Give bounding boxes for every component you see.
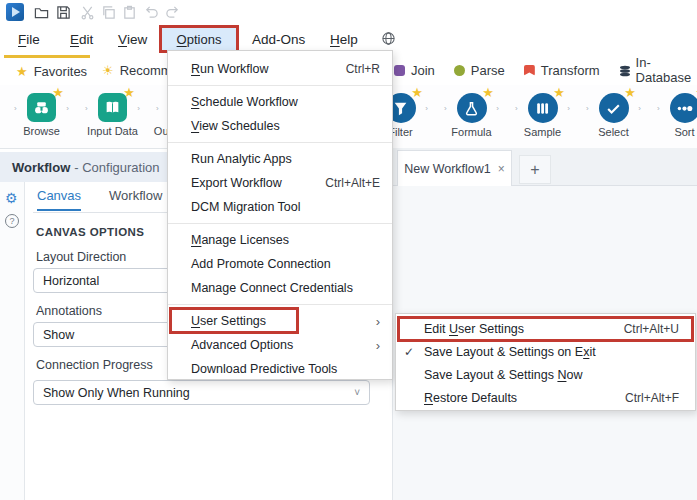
category-transform[interactable]: Transform	[524, 63, 600, 78]
menu-edit[interactable]: Edit	[70, 24, 93, 54]
submenu-arrow-icon: ›	[376, 338, 380, 353]
configuration-header-title: Workflow	[12, 160, 70, 175]
tool-label: Formula	[451, 126, 491, 138]
favorite-star-icon: ★	[52, 85, 64, 100]
annotations-label: Annotations	[36, 304, 102, 318]
options-menu: Run WorkflowCtrl+RSchedule WorkflowView …	[167, 50, 393, 380]
menu-options[interactable]: Options	[159, 25, 239, 53]
expand-left-icon[interactable]: ›	[156, 104, 159, 113]
submenu-item-restore-defaults[interactable]: Restore DefaultsCtrl+Alt+F	[396, 386, 695, 409]
close-tab-icon[interactable]: ×	[498, 162, 505, 176]
new-tab-button[interactable]: +	[519, 155, 551, 184]
expand-right-icon[interactable]: ›	[638, 104, 641, 113]
gear-icon[interactable]: ⚙	[5, 190, 18, 206]
favorite-star-icon: ★	[411, 85, 423, 100]
menu-item-schedule-workflow[interactable]: Schedule Workflow	[168, 90, 392, 114]
title-bar	[0, 0, 697, 24]
menu-item-user-settings[interactable]: User Settings›	[168, 309, 392, 333]
shortcut-label: Ctrl+R	[346, 62, 380, 76]
menu-item-add-promote-connection[interactable]: Add Promote Connection	[168, 252, 392, 276]
tool-label: Browse	[23, 125, 60, 137]
category-parse-icon	[454, 65, 465, 76]
expand-left-icon[interactable]: ›	[85, 104, 88, 113]
submenu-arrow-icon: ›	[376, 314, 380, 329]
tool-formula[interactable]: ★››Formula	[436, 88, 507, 146]
expand-left-icon[interactable]: ›	[586, 104, 589, 113]
menu-item-dcm-migration-tool[interactable]: DCM Migration Tool	[168, 195, 392, 219]
menu-item-run-workflow[interactable]: Run WorkflowCtrl+R	[168, 57, 392, 81]
menu-separator	[168, 142, 392, 143]
expand-right-icon[interactable]: ›	[66, 104, 69, 113]
app-logo-icon	[6, 3, 24, 21]
menu-item-run-analytic-apps[interactable]: Run Analytic Apps	[168, 147, 392, 171]
category-join[interactable]: Join	[394, 63, 435, 78]
user-settings-submenu: Edit User SettingsCtrl+Alt+U✓Save Layout…	[395, 313, 696, 411]
checkmark-icon: ✓	[404, 345, 424, 359]
globe-icon[interactable]	[381, 31, 396, 49]
submenu-item-edit-user-settings[interactable]: Edit User SettingsCtrl+Alt+U	[396, 317, 695, 340]
config-tab-canvas[interactable]: Canvas	[37, 188, 81, 211]
connection-progress-dropdown[interactable]: Show Only When Running ˅	[33, 380, 370, 405]
expand-left-icon[interactable]: ›	[657, 104, 660, 113]
tool-category-list: JoinParseTransformIn-Database	[394, 55, 697, 85]
redo-icon	[163, 3, 181, 21]
expand-left-icon[interactable]: ›	[515, 104, 518, 113]
favorite-star-icon: ★	[123, 85, 135, 100]
tool-label: Input Data	[87, 125, 138, 137]
config-tab-workflow[interactable]: Workflow	[109, 188, 162, 211]
open-folder-icon[interactable]	[32, 3, 50, 21]
dots-icon	[670, 93, 697, 123]
favorite-star-icon: ★	[553, 85, 565, 100]
paste-icon	[120, 3, 138, 21]
tool-sort[interactable]: ★››Sort	[649, 88, 697, 146]
category-join-icon	[394, 65, 405, 76]
tool-label: Select	[598, 126, 629, 138]
tool-label: Sort	[674, 126, 694, 138]
expand-right-icon[interactable]: ›	[137, 104, 140, 113]
tab-label: New Workflow1	[404, 162, 491, 176]
tool-sample[interactable]: ★››Sample	[507, 88, 578, 146]
menu-item-download-predictive-tools[interactable]: Download Predictive Tools	[168, 357, 392, 381]
shortcut-label: Ctrl+Alt+E	[325, 176, 380, 190]
menu-item-manage-licenses[interactable]: Manage Licenses	[168, 228, 392, 252]
tool-input-data[interactable]: ★››Input Data	[77, 88, 148, 146]
palette-tab-favorites[interactable]: ★Favorites	[4, 55, 99, 85]
tab-new-workflow1[interactable]: New Workflow1 ×	[397, 150, 512, 186]
help-icon[interactable]: ?	[5, 214, 19, 228]
star-icon: ★	[16, 64, 28, 79]
save-icon[interactable]	[54, 3, 72, 21]
expand-right-icon[interactable]: ›	[425, 104, 428, 113]
menu-file[interactable]: File	[18, 24, 40, 54]
document-tab-strip: New Workflow1 × +	[392, 148, 697, 186]
expand-right-icon[interactable]: ›	[496, 104, 499, 113]
menu-separator	[168, 223, 392, 224]
cut-icon	[78, 3, 96, 21]
category-parse[interactable]: Parse	[454, 63, 505, 78]
menu-item-view-schedules[interactable]: View Schedules	[168, 114, 392, 138]
submenu-item-save-layout-settings-now[interactable]: Save Layout & Settings Now	[396, 363, 695, 386]
tool-browse[interactable]: ★››Browse	[6, 88, 77, 146]
menu-item-manage-connect-credentials[interactable]: Manage Connect Credentials	[168, 276, 392, 300]
layout-direction-label: Layout Direction	[36, 250, 126, 264]
menu-item-export-workflow[interactable]: Export WorkflowCtrl+Alt+E	[168, 171, 392, 195]
category-in-database[interactable]: In-Database	[619, 55, 697, 85]
expand-left-icon[interactable]: ›	[14, 104, 17, 113]
menu-view[interactable]: View	[118, 24, 147, 54]
expand-left-icon[interactable]: ›	[444, 104, 447, 113]
expand-right-icon[interactable]: ›	[567, 104, 570, 113]
canvas-options-title: CANVAS OPTIONS	[36, 226, 144, 238]
category-transform-icon	[524, 65, 535, 76]
undo-icon	[142, 3, 160, 21]
copy-icon	[99, 3, 117, 21]
tool-select[interactable]: ★››Select	[578, 88, 649, 146]
menu-separator	[168, 85, 392, 86]
panel-side-strip: ⚙ ?	[0, 182, 25, 500]
menu-item-advanced-options[interactable]: Advanced Options›	[168, 333, 392, 357]
shortcut-label: Ctrl+Alt+U	[624, 322, 679, 336]
shortcut-label: Ctrl+Alt+F	[625, 391, 679, 405]
tool-label: Sample	[524, 126, 561, 138]
favorite-star-icon: ★	[624, 85, 636, 100]
submenu-item-save-layout-settings-on-exit[interactable]: ✓Save Layout & Settings on Exit	[396, 340, 695, 363]
category-in-database-icon	[619, 65, 630, 76]
menu-separator	[168, 304, 392, 305]
